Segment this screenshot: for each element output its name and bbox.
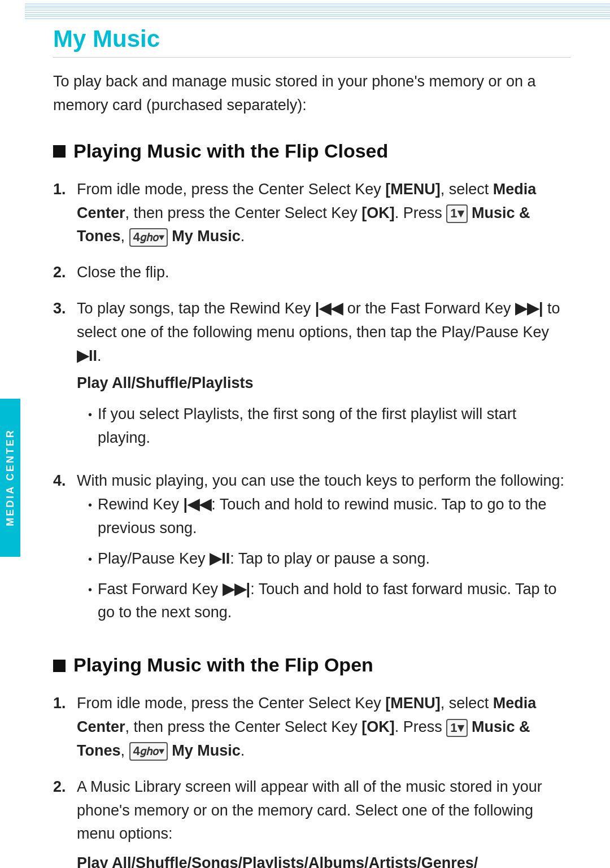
section2-step-1-num: 1. [53, 692, 71, 763]
step-2: 2. Close the flip. [53, 261, 570, 285]
step-2-content: Close the flip. [77, 261, 570, 285]
section-flip-open: Playing Music with the Flip Open 1. From… [53, 654, 570, 868]
sub-heading-shuffle: Play All/Shuffle/Playlists [77, 372, 570, 395]
step-2-num: 2. [53, 261, 71, 285]
step-4: 4. With music playing, you can use the t… [53, 469, 570, 631]
key-badge-4ghi: 4𝘨𝘩𝘰▾ [129, 228, 168, 247]
key-badge-4ghi-s2: 4𝘨𝘩𝘰▾ [129, 742, 168, 761]
step-3-bullets: • If you select Playlists, the first son… [88, 403, 570, 450]
bullet-item: • If you select Playlists, the first son… [88, 403, 570, 450]
section1-heading: Playing Music with the Flip Closed [53, 140, 570, 162]
side-tab-bar: MEDIA CENTER [0, 399, 20, 557]
section1-square-icon [53, 145, 66, 158]
main-content: My Music To play back and manage music s… [25, 0, 610, 868]
section2-heading: Playing Music with the Flip Open [53, 654, 570, 676]
section2-square-icon [53, 660, 66, 672]
bullet-fastforward: • Fast Forward Key ▶▶|: Touch and hold t… [88, 578, 570, 625]
side-tab: MEDIA CENTER [0, 0, 25, 868]
step-4-num: 4. [53, 469, 71, 631]
page-intro: To play back and manage music stored in … [53, 70, 570, 117]
step-3-content: To play songs, tap the Rewind Key |◀◀ or… [77, 297, 570, 457]
step-1-content: From idle mode, press the Center Select … [77, 178, 570, 249]
section2-step-2-content: A Music Library screen will appear with … [77, 775, 570, 868]
title-divider [53, 57, 570, 58]
side-tab-label: MEDIA CENTER [5, 429, 16, 526]
page-title: My Music [53, 25, 570, 53]
bullet-playpause: • Play/Pause Key ▶II: Tap to play or pau… [88, 547, 570, 571]
bullet-rewind: • Rewind Key |◀◀: Touch and hold to rewi… [88, 493, 570, 540]
step-3: 3. To play songs, tap the Rewind Key |◀◀… [53, 297, 570, 457]
section1-steps: 1. From idle mode, press the Center Sele… [53, 178, 570, 632]
step-1: 1. From idle mode, press the Center Sele… [53, 178, 570, 249]
section2-steps: 1. From idle mode, press the Center Sele… [53, 692, 570, 868]
step-1-num: 1. [53, 178, 71, 249]
section2-step-1: 1. From idle mode, press the Center Sele… [53, 692, 570, 763]
key-badge-1bc-s2: 1▾ [446, 719, 467, 738]
step-4-content: With music playing, you can use the touc… [77, 469, 570, 631]
page-container: MEDIA CENTER My Music To play back and m… [0, 0, 610, 868]
section-flip-closed: Playing Music with the Flip Closed 1. Fr… [53, 140, 570, 632]
section2-step-2: 2. A Music Library screen will appear wi… [53, 775, 570, 868]
step-3-num: 3. [53, 297, 71, 457]
play-all-options: Play All/Shuffle/Songs/Playlists/Albums/… [77, 854, 478, 868]
section2-step-2-num: 2. [53, 775, 71, 868]
key-badge-1bc: 1▾ [446, 204, 467, 223]
step-4-bullets: • Rewind Key |◀◀: Touch and hold to rewi… [88, 493, 570, 625]
section2-step-1-content: From idle mode, press the Center Select … [77, 692, 570, 763]
